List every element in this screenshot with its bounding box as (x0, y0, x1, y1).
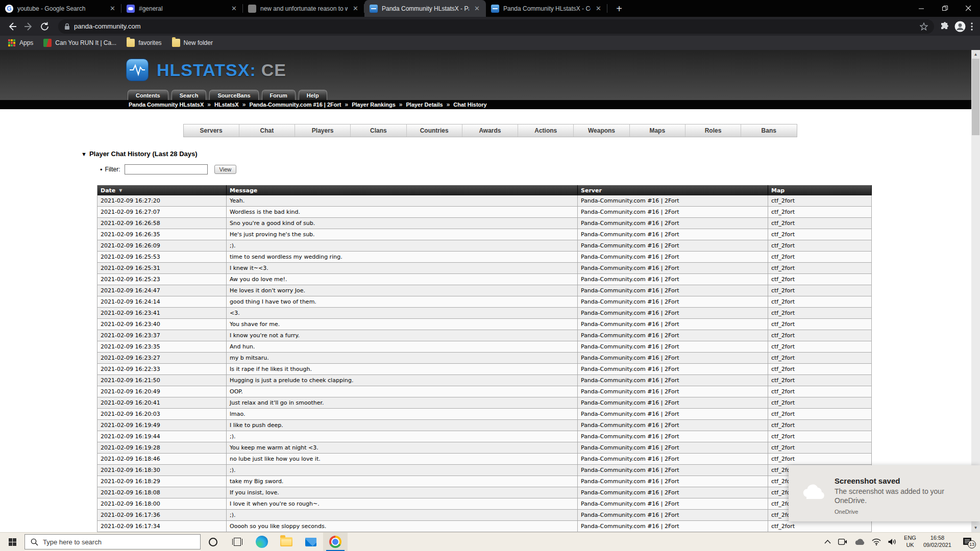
browser-tab[interactable]: youtube - Google Search ✕ (0, 0, 121, 17)
stats-menu-tab[interactable]: Actions (518, 124, 573, 137)
scroll-up-icon[interactable]: ▲ (971, 50, 980, 59)
breadcrumb-item[interactable]: Panda Community HLstatsX (129, 102, 204, 108)
column-header-server[interactable]: Server (578, 185, 768, 195)
browser-tab[interactable]: Panda Community HLstatsX - Pa ✕ (364, 0, 486, 17)
breadcrumb-item[interactable]: Chat History (453, 102, 486, 108)
breadcrumb-separator: » (345, 101, 349, 108)
scrollbar-thumb[interactable] (972, 59, 979, 135)
forward-icon[interactable] (21, 19, 36, 34)
mail-button[interactable] (299, 533, 323, 551)
column-header-map[interactable]: Map (768, 185, 872, 195)
stats-menu-tab[interactable]: Awards (462, 124, 518, 137)
address-bar[interactable]: panda-community.com (58, 19, 934, 34)
collapse-arrow-icon[interactable]: ▼ (81, 151, 87, 157)
breadcrumb-item[interactable]: HLstatsX (214, 102, 239, 108)
tab-favicon-icon (127, 5, 135, 13)
clock[interactable]: 16:58 09/02/2021 (923, 535, 951, 549)
browser-tab[interactable]: #general ✕ (121, 0, 243, 17)
breadcrumb-item[interactable]: Player Rankings (352, 102, 396, 108)
logo-main: HLSTATSX: (157, 60, 256, 80)
stats-menu-tab[interactable]: Roles (685, 124, 741, 137)
site-nav-button[interactable]: Forum (262, 90, 296, 100)
extensions-icon[interactable] (940, 22, 949, 31)
chrome-button[interactable] (323, 533, 348, 551)
browser-tab[interactable]: Panda Community HLstatsX - Co ✕ (486, 0, 607, 17)
breadcrumb-item[interactable]: Player Details (406, 102, 443, 108)
task-view-button[interactable] (225, 533, 250, 551)
cell-map: ctf_2fort (768, 195, 872, 207)
windows-logo-icon (9, 538, 16, 546)
stats-menu-tab[interactable]: Clans (350, 124, 406, 137)
bookmark-item[interactable]: favorites (127, 39, 161, 47)
cell-date: 2021-02-09 16:24:47 (97, 285, 227, 296)
stats-menu-tab[interactable]: Servers (184, 124, 239, 137)
tab-close-icon[interactable]: ✕ (473, 4, 481, 13)
cell-message: Hugging is just a prelude to cheek clapp… (227, 375, 578, 386)
taskbar-search[interactable]: Type here to search (24, 534, 201, 549)
menu-dots-icon[interactable] (971, 22, 973, 31)
profile-avatar-icon[interactable] (954, 21, 966, 32)
table-row: 2021-02-09 16:23:37 I know you're not a … (97, 330, 872, 341)
site-nav-button[interactable]: Contents (128, 90, 168, 100)
cell-server: Panda-Community.com #16 | 2Fort (578, 476, 768, 487)
onedrive-notification[interactable]: Screenshot saved The screenshot was adde… (789, 465, 980, 521)
cell-message: You keep me warm at night <3. (227, 442, 578, 454)
language-indicator[interactable]: ENG UK (904, 535, 916, 549)
cortana-button[interactable] (201, 533, 225, 551)
browser-tab[interactable]: new and unfortunate reason to w ✕ (243, 0, 364, 17)
wifi-icon[interactable] (872, 538, 881, 545)
meet-now-icon[interactable] (838, 538, 847, 545)
bookmark-item[interactable]: Apps (8, 39, 33, 47)
taskbar: Type here to search ENG UK 16:58 09/02/2… (0, 532, 980, 551)
hidden-icons-chevron-icon[interactable] (824, 540, 831, 544)
view-button[interactable]: View (214, 165, 237, 174)
tab-close-icon[interactable]: ✕ (595, 4, 602, 13)
restore-icon[interactable] (933, 0, 957, 17)
stats-menu-tab[interactable]: Bans (741, 124, 796, 137)
table-row: 2021-02-09 16:19:49 I like to push deep.… (97, 420, 872, 431)
volume-icon[interactable] (888, 538, 897, 545)
cell-message: You shave for me. (227, 319, 578, 330)
bookmark-item[interactable]: New folder (172, 39, 213, 47)
tab-close-icon[interactable]: ✕ (352, 4, 359, 13)
bookmark-star-icon[interactable] (920, 22, 928, 31)
stats-menu-tab[interactable]: Weapons (573, 124, 629, 137)
back-icon[interactable] (5, 19, 19, 34)
stats-menu-tab[interactable]: Players (295, 124, 350, 137)
close-icon[interactable] (957, 0, 980, 17)
bookmark-item[interactable]: Can You RUN It | Ca... (43, 39, 116, 47)
minimize-icon[interactable] (910, 0, 933, 17)
page-scrollbar[interactable]: ▲ ▼ (971, 50, 980, 532)
cell-map: ctf_2fort (768, 431, 872, 442)
onedrive-tray-icon[interactable] (854, 539, 865, 545)
stats-menu-tab[interactable]: Countries (406, 124, 462, 137)
stats-menu-tab[interactable]: Chat (239, 124, 295, 137)
start-button[interactable] (0, 533, 24, 551)
page-title: ▼ Player Chat History (Last 28 Days) (81, 150, 980, 158)
scroll-down-icon[interactable]: ▼ (971, 523, 980, 532)
table-row: 2021-02-09 16:26:35 He's just proving he… (97, 229, 872, 240)
lock-icon[interactable] (64, 23, 70, 30)
column-header-message[interactable]: Message (227, 185, 578, 195)
cell-date: 2021-02-09 16:19:49 (97, 420, 227, 431)
site-nav-button[interactable]: Help (299, 90, 327, 100)
cell-date: 2021-02-09 16:20:41 (97, 397, 227, 409)
tab-close-icon[interactable]: ✕ (109, 4, 116, 13)
filter-input[interactable] (125, 164, 208, 174)
site-nav-button[interactable]: SourceBans (209, 90, 258, 100)
edge-button[interactable] (250, 533, 274, 551)
site-nav-button[interactable]: Search (172, 90, 207, 100)
cell-server: Panda-Community.com #16 | 2Fort (578, 252, 768, 263)
tab-close-icon[interactable]: ✕ (230, 4, 238, 13)
cell-server: Panda-Community.com #16 | 2Fort (578, 218, 768, 229)
column-header-date[interactable]: Date▼ (97, 185, 227, 195)
file-explorer-button[interactable] (274, 533, 299, 551)
stats-menu-tab[interactable]: Maps (629, 124, 685, 137)
new-tab-button[interactable]: + (611, 1, 627, 16)
breadcrumb-item[interactable]: Panda-Community.com #16 | 2Fort (249, 102, 341, 108)
reload-icon[interactable] (38, 19, 52, 34)
cell-message: my b mitsaru. (227, 353, 578, 364)
cell-map: ctf_2fort (768, 263, 872, 274)
action-center-button[interactable]: 13 (959, 534, 976, 549)
cell-map: ctf_2fort (768, 319, 872, 330)
